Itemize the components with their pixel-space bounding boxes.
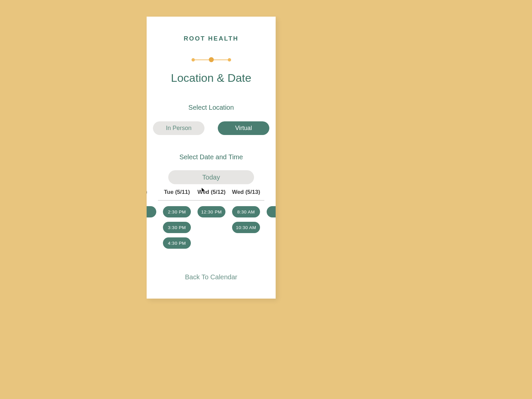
date-header-row: /10) Tue (5/11) Wed (5/12) Wed (5/13) Th: [147, 189, 276, 200]
date-time-scroller[interactable]: /10) Tue (5/11) Wed (5/12) Wed (5/13) Th…: [147, 189, 276, 253]
stepper-line: [195, 60, 209, 60]
time-slot-button[interactable]: 10:: [267, 206, 276, 217]
stepper-dot-2: [209, 57, 214, 62]
date-header[interactable]: Wed (5/13): [229, 189, 263, 200]
select-datetime-label: Select Date and Time: [147, 153, 276, 161]
date-header[interactable]: Wed (5/12): [194, 189, 229, 200]
time-slot-button[interactable]: 4:30 PM: [163, 237, 191, 249]
time-slot-button[interactable]: 2:30 PM: [163, 206, 191, 217]
time-slot-button[interactable]: 10:30 AM: [232, 222, 260, 233]
time-slot-button[interactable]: 12:30 PM: [198, 206, 225, 217]
stepper-dot-3: [228, 58, 231, 62]
today-button[interactable]: Today: [168, 170, 254, 184]
stepper-dot-1: [192, 58, 195, 62]
location-in-person-button[interactable]: In Person: [153, 121, 204, 135]
location-virtual-button[interactable]: Virtual: [218, 121, 269, 135]
brand-title: ROOT HEALTH: [147, 35, 276, 42]
time-slot-button[interactable]: 8:30 AM: [232, 206, 260, 217]
location-buttons: In Person Virtual: [147, 121, 276, 135]
time-slot-button[interactable]: AM: [147, 206, 156, 217]
select-location-label: Select Location: [147, 104, 276, 111]
page-title: Location & Date: [147, 71, 276, 84]
time-slot-grid: AM 2:30 PM 3:30 PM 4:30 PM 12:30 PM 8:30…: [147, 206, 276, 253]
date-header[interactable]: Tue (5/11): [160, 189, 194, 200]
stepper-line: [214, 60, 228, 60]
date-divider: [158, 200, 264, 200]
date-header[interactable]: Th: [263, 189, 276, 200]
progress-stepper: [147, 57, 276, 62]
phone-frame: ROOT HEALTH Location & Date Select Locat…: [147, 17, 276, 299]
back-to-calendar-link[interactable]: Back To Calendar: [147, 273, 276, 281]
date-header[interactable]: /10): [147, 189, 160, 200]
time-slot-button[interactable]: 3:30 PM: [163, 222, 191, 233]
